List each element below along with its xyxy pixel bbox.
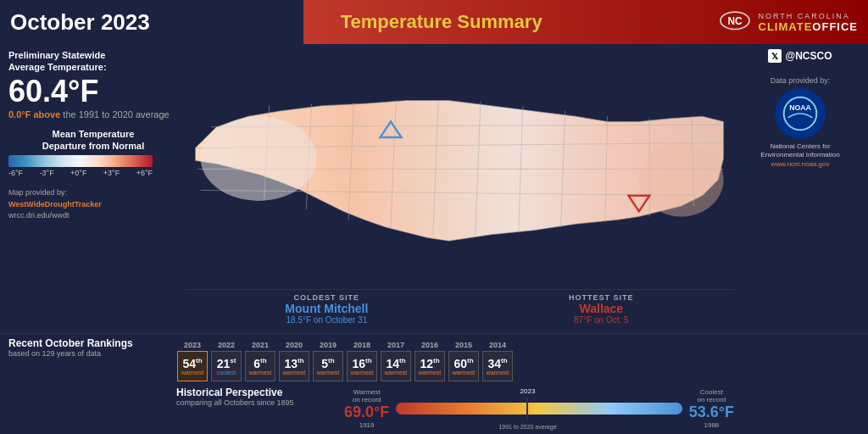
color-labels: -6°F -3°F +0°F +3°F +6°F [8, 169, 153, 177]
rank-box-2019: 5thwarmest [313, 351, 343, 381]
bottom-right-spacer [741, 337, 860, 429]
logo-nc-text: NORTH CAROLINA [759, 12, 850, 20]
gauge-bar [396, 403, 682, 415]
content-area: Preliminary StatewideAverage Temperature… [0, 44, 868, 333]
rank-col-2018: 201816thwarmest [346, 341, 378, 381]
center-panel: COLDEST SITE Mount Mitchell 18.5°F on Oc… [185, 49, 734, 328]
data-provided-label: Data provided by: [760, 76, 839, 85]
rank-number-2016: 12th [420, 358, 439, 370]
x-icon: 𝕏 [768, 49, 782, 63]
header: October 2023 Temperature Summary NC NORT… [0, 0, 868, 44]
gauge-warmest-year: 1919 [344, 421, 389, 429]
data-provider: Data provided by: NOAA National Centers … [760, 76, 839, 168]
color-label-2: -3°F [40, 169, 54, 177]
rank-desc-2017: warmest [385, 370, 407, 376]
rank-desc-2014: warmest [487, 370, 509, 376]
color-label-3: +0°F [70, 169, 86, 177]
rankings-panel: Recent October Rankings based on 129 yea… [8, 337, 170, 429]
right-panel: 𝕏 @NCSCO Data provided by: NOAA National… [741, 49, 860, 328]
gauge-bar-container: 2023 1991 to 2020 average [396, 403, 682, 415]
twitter-handle-text: @NCSCO [785, 50, 832, 62]
logo-text: NORTH CAROLINA CLIMATEOFFICE [759, 12, 858, 33]
twitter-handle: 𝕏 @NCSCO [768, 49, 832, 63]
historical-subtitle: comparing all Octobers since 1895 [176, 398, 337, 407]
rank-col-2014: 201434thwarmest [481, 341, 514, 381]
noaa-logo: NOAA [775, 88, 826, 139]
gauge-warmest-label: Warmest on record [344, 388, 389, 403]
rank-number-2019: 5th [321, 358, 334, 370]
avg-temp-label: Preliminary StatewideAverage Temperature… [8, 49, 178, 74]
rank-box-2018: 16thwarmest [347, 351, 377, 381]
gauge-coolest-year: 1988 [689, 421, 734, 429]
color-scale-title: Mean TemperatureDeparture from Normal [8, 128, 178, 153]
color-bar [8, 155, 153, 167]
rank-desc-2022: coolest [217, 370, 236, 376]
rank-col-2022: 202221stcoolest [210, 341, 242, 381]
rank-box-2020: 13thwarmest [279, 351, 309, 381]
header-month-year: October 2023 [10, 9, 150, 36]
rank-col-2016: 201612thwarmest [414, 341, 446, 381]
rank-number-2017: 14th [386, 358, 405, 370]
rank-year-2019: 2019 [320, 341, 337, 349]
header-logo: NC NORTH CAROLINA CLIMATEOFFICE [716, 8, 858, 36]
logo-climate-text: CLIMATEOFFICE [759, 20, 858, 33]
rank-col-2021: 20216thwarmest [244, 341, 276, 381]
gauge-avg-label: 1991 to 2020 average [498, 424, 556, 430]
hottest-type: HOTTEST SITE [569, 293, 634, 302]
rank-number-2020: 13th [284, 358, 303, 370]
coldest-detail: 18.5°F on October 31 [285, 315, 368, 325]
hottest-site-block: HOTTEST SITE Wallace 87°F on Oct. 5 [569, 293, 634, 325]
historical-labels: Historical Perspective comparing all Oct… [176, 387, 337, 407]
historical-section: Historical Perspective comparing all Oct… [176, 387, 734, 429]
rank-col-2017: 201714thwarmest [380, 341, 412, 381]
rankings-main: 202354thwarmest202221stcoolest20216thwar… [176, 337, 734, 429]
gauge-right: Coolest on record 53.6°F 1988 [689, 388, 734, 429]
nc-map-svg [185, 49, 734, 289]
bottom-section: Recent October Rankings based on 129 yea… [0, 333, 868, 434]
gauge-avg-marker: 2023 1991 to 2020 average [523, 398, 531, 420]
rank-year-2017: 2017 [387, 341, 404, 349]
rank-year-2016: 2016 [421, 341, 438, 349]
header-title: Temperature Summary [167, 11, 716, 33]
main-container: October 2023 Temperature Summary NC NORT… [0, 0, 868, 434]
rank-col-2020: 202013thwarmest [278, 341, 310, 381]
nc-logo-icon: NC [716, 8, 754, 36]
rank-desc-2021: warmest [249, 370, 271, 376]
svg-text:NC: NC [727, 15, 743, 27]
noaa-name: National Centers forEnvironmental Inform… [760, 142, 839, 160]
rankings-title: Recent October Rankings [8, 337, 170, 349]
color-label-4: +3°F [103, 169, 120, 177]
historical-title: Historical Perspective [176, 387, 337, 398]
rankings-subtitle: based on 129 years of data [8, 349, 170, 358]
svg-point-17 [201, 116, 317, 201]
map-credit-link: WestWideDroughtTracker [8, 200, 102, 209]
rank-number-2021: 6th [253, 358, 266, 370]
coldest-type: COLDEST SITE [285, 293, 368, 302]
rank-year-2015: 2015 [455, 341, 472, 349]
historical-gauge-row: Warmest on record 69.0°F 1919 2023 1991 … [344, 387, 734, 429]
rank-year-2014: 2014 [489, 341, 506, 349]
gauge-current-year: 2023 [520, 387, 536, 395]
rank-desc-2016: warmest [419, 370, 441, 376]
color-label-1: -6°F [8, 169, 23, 177]
rank-desc-2023: warmest [181, 370, 203, 376]
avg-temp-anomaly: 0.0°F above the 1991 to 2020 average [8, 109, 178, 120]
rank-box-2014: 34thwarmest [482, 351, 513, 381]
color-label-5: +6°F [136, 169, 153, 177]
rank-desc-2015: warmest [453, 370, 475, 376]
rank-number-2015: 60th [453, 358, 473, 370]
rank-number-2022: 21st [217, 358, 236, 370]
map-credit-url: wrcc.dri.edu/wwdt [8, 211, 70, 220]
rank-box-2021: 6thwarmest [245, 351, 275, 381]
rank-year-2022: 2022 [218, 341, 235, 349]
coldest-name: Mount Mitchell [285, 302, 368, 315]
rank-box-2015: 60thwarmest [448, 351, 479, 381]
avg-temp-value: 60.4°F [8, 74, 178, 109]
rank-number-2023: 54th [182, 358, 202, 370]
hottest-detail: 87°F on Oct. 5 [569, 315, 634, 325]
rank-col-2015: 201560thwarmest [448, 341, 480, 381]
anomaly-period: the 1991 to 2020 average [63, 109, 169, 120]
rank-desc-2020: warmest [283, 370, 305, 376]
gauge-coolest-label: Coolest on record [689, 388, 734, 403]
rank-year-2023: 2023 [184, 341, 201, 349]
